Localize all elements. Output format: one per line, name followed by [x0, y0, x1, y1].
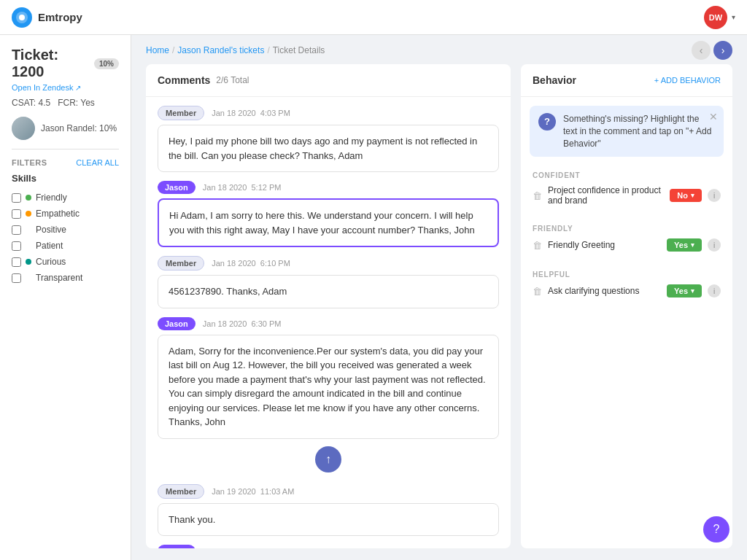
skill-item: Positive — [12, 222, 119, 238]
comment-bubble: 4561237890. Thanks, Adam — [158, 275, 499, 308]
comment-date: Jan 18 2020 6:10 PM — [212, 259, 290, 268]
comment-block: Member Jan 19 2020 11:03 AM Thank you. — [158, 484, 499, 537]
upload-indicator: ↑ — [158, 446, 499, 472]
skill-label: Empathetic — [36, 209, 80, 219]
chevron-icon: ▾ — [691, 287, 694, 295]
divider — [12, 149, 119, 149]
skill-checkbox[interactable] — [12, 225, 21, 235]
skill-checkbox[interactable] — [12, 241, 21, 251]
breadcrumb-home[interactable]: Home — [146, 45, 169, 55]
clear-all-button[interactable]: CLEAR ALL — [76, 158, 119, 167]
skills-label: Skills — [12, 173, 119, 184]
comments-header: Comments 2/6 Total — [146, 64, 511, 97]
next-ticket-button[interactable]: › — [713, 41, 732, 60]
breadcrumb: Home / Jason Randel's tickets / Ticket D… — [146, 45, 325, 55]
comment-author: Jason — [158, 317, 196, 330]
breadcrumb-right: ‹ › Next Ticket — [692, 41, 732, 60]
hint-text: Something's missing? Highlight the text … — [563, 113, 715, 149]
info-icon[interactable]: i — [708, 238, 721, 252]
chevron-down-icon[interactable]: ▾ — [732, 13, 735, 21]
skill-item: Friendly — [12, 190, 119, 206]
user-avatar — [12, 117, 35, 140]
ticket-title: Ticket: 1200 10% — [12, 47, 119, 80]
comments-title: Comments — [158, 74, 210, 86]
info-icon[interactable]: i — [708, 189, 721, 202]
behavior-value-badge[interactable]: No ▾ — [670, 189, 702, 202]
comment-author: Member — [158, 106, 204, 120]
upload-button[interactable]: ↑ — [315, 446, 341, 472]
comment-meta: Member Jan 18 2020 6:10 PM — [158, 256, 499, 271]
behavior-section: HELPFUL 🗑 Ask clarifying questions Yes ▾… — [521, 265, 732, 311]
behavior-section: CONFIDENT 🗑 Project confidence in produc… — [521, 166, 732, 219]
close-hint-button[interactable]: ✕ — [709, 110, 718, 125]
skill-checkbox[interactable] — [12, 273, 21, 283]
comment-meta: Member Jan 19 2020 11:03 AM — [158, 484, 499, 499]
comment-bubble: Adam, Sorry for the inconvenience.Per ou… — [158, 335, 499, 439]
skill-checkbox[interactable] — [12, 209, 21, 219]
info-icon[interactable]: i — [708, 284, 721, 298]
comment-block: Member Jan 18 2020 6:10 PM 4561237890. T… — [158, 256, 499, 308]
behavior-row: 🗑 Friendly Greeting Yes ▾ i — [533, 238, 721, 252]
skill-dot — [26, 195, 31, 201]
comment-block: Member Jan 18 2020 4:03 PM Hey, I paid m… — [158, 106, 499, 172]
sidebar: Ticket: 1200 10% Open In Zendesk ↗ CSAT:… — [0, 35, 131, 560]
nav-arrows: ‹ › Next Ticket — [692, 41, 732, 60]
comment-bubble: Hey, I paid my phone bill two days ago a… — [158, 125, 499, 172]
logo-icon — [12, 7, 32, 28]
user-row: Jason Randel: 10% — [12, 117, 119, 140]
breadcrumb-current: Ticket Details — [273, 45, 325, 55]
skill-checkbox[interactable] — [12, 257, 21, 267]
delete-behavior-icon[interactable]: 🗑 — [533, 240, 542, 251]
skill-label: Curious — [36, 257, 66, 267]
content-area: Comments 2/6 Total Member Jan 18 2020 4:… — [131, 64, 747, 560]
delete-behavior-icon[interactable]: 🗑 — [533, 190, 542, 201]
behavior-value-badge[interactable]: Yes ▾ — [667, 238, 702, 252]
behavior-section: FRIENDLY 🗑 Friendly Greeting Yes ▾ i — [521, 219, 732, 265]
skill-checkbox[interactable] — [12, 193, 21, 203]
skill-label: Transparent — [36, 273, 82, 283]
comment-date: Jan 19 2020 11:03 AM — [212, 487, 294, 496]
external-link-icon: ↗ — [75, 84, 81, 92]
avatar[interactable]: DW — [704, 6, 727, 29]
behavior-section-label: CONFIDENT — [533, 171, 721, 179]
user-menu[interactable]: DW ▾ — [704, 6, 735, 29]
hint-icon: ? — [538, 113, 556, 131]
help-button[interactable]: ? — [703, 516, 729, 542]
behavior-hint: ? Something's missing? Highlight the tex… — [530, 106, 724, 157]
comment-author: Jason — [158, 181, 196, 194]
comment-author: Member — [158, 484, 204, 499]
behavior-row: 🗑 Ask clarifying questions Yes ▾ i — [533, 284, 721, 298]
chevron-icon: ▾ — [691, 241, 694, 249]
skill-item: Transparent — [12, 270, 119, 286]
comment-meta: Jason Jan 19 2020 12:02 PM — [158, 545, 499, 548]
behavior-row: 🗑 Project confidence in product and bran… — [533, 185, 721, 206]
skill-item: Curious — [12, 254, 119, 270]
skill-label: Positive — [36, 225, 66, 235]
comment-meta: Jason Jan 18 2020 5:12 PM — [158, 181, 499, 194]
skill-label: Friendly — [36, 192, 67, 203]
behavior-value-badge[interactable]: Yes ▾ — [667, 284, 702, 298]
skill-label: Patient — [36, 241, 63, 251]
comment-meta: Member Jan 18 2020 4:03 PM — [158, 106, 499, 120]
breadcrumb-tickets[interactable]: Jason Randel's tickets — [177, 45, 264, 55]
behavior-title: Behavior — [533, 74, 576, 86]
comment-meta: Jason Jan 18 2020 6:30 PM — [158, 317, 499, 330]
prev-ticket-button[interactable]: ‹ — [692, 41, 711, 60]
ticket-badge: 10% — [94, 58, 119, 69]
add-behavior-button[interactable]: + ADD BEHAVIOR — [654, 76, 721, 85]
comment-date: Jan 19 2020 12:02 PM — [203, 547, 286, 548]
open-zendesk-link[interactable]: Open In Zendesk ↗ — [12, 83, 119, 92]
header: Emtropy DW ▾ — [0, 0, 747, 35]
svg-point-1 — [19, 15, 25, 20]
comments-panel: Comments 2/6 Total Member Jan 18 2020 4:… — [146, 64, 511, 548]
skills-list: Friendly Empathetic Positive Patient Cur… — [12, 190, 119, 286]
chevron-icon: ▾ — [691, 192, 694, 199]
delete-behavior-icon[interactable]: 🗑 — [533, 286, 542, 297]
behavior-name: Friendly Greeting — [548, 240, 661, 250]
comment-bubble: Hi Adam, I am sorry to here this. We und… — [158, 198, 499, 247]
skill-dot — [26, 211, 31, 217]
main-content: Home / Jason Randel's tickets / Ticket D… — [131, 35, 747, 560]
comment-block: Jason Jan 18 2020 5:12 PM Hi Adam, I am … — [158, 181, 499, 247]
comments-count: 2/6 Total — [216, 75, 249, 85]
skill-item: Patient — [12, 238, 119, 254]
